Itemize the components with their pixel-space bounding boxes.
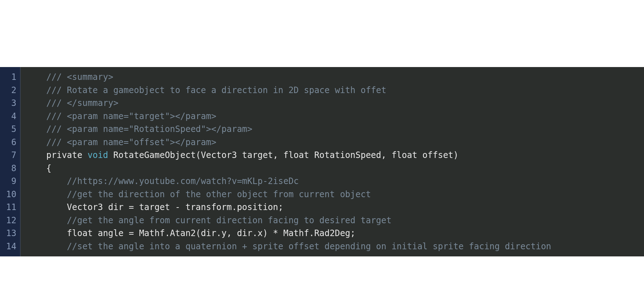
code-line[interactable]: float angle = Mathf.Atan2(dir.y, dir.x) … — [26, 227, 644, 240]
code-content-area[interactable]: /// <summary> /// Rotate a gameobject to… — [21, 67, 644, 256]
line-number: 11 — [2, 201, 16, 214]
code-token: float angle = Mathf.Atan2(dir.y, dir.x) … — [26, 228, 356, 238]
code-token — [26, 215, 67, 225]
code-line[interactable]: { — [26, 162, 644, 175]
code-line[interactable]: /// <param name="offset"></param> — [26, 136, 644, 149]
line-number: 14 — [2, 240, 16, 253]
code-token — [26, 241, 67, 251]
code-token: /// </summary> — [46, 98, 118, 108]
code-editor[interactable]: 1234567891011121314 /// <summary> /// Ro… — [0, 67, 644, 256]
code-token: void — [87, 150, 108, 160]
code-token: private — [26, 150, 87, 160]
code-token: //set the angle into a quaternion + spri… — [67, 241, 551, 251]
code-token — [26, 137, 46, 147]
code-token: /// <param name="offset"></param> — [46, 137, 216, 147]
code-token — [26, 189, 67, 199]
code-line[interactable]: //get the angle from current direction f… — [26, 214, 644, 227]
code-token: RotateGameObject(Vector3 target, float R… — [108, 150, 459, 160]
code-token — [26, 85, 46, 95]
code-line[interactable]: /// </summary> — [26, 97, 644, 110]
line-number: 2 — [2, 84, 16, 97]
code-token: /// <param name="RotationSpeed"></param> — [46, 124, 252, 134]
line-number: 4 — [2, 110, 16, 123]
code-line[interactable]: /// <summary> — [26, 71, 644, 84]
line-number: 5 — [2, 123, 16, 136]
line-number: 7 — [2, 149, 16, 162]
code-token — [26, 111, 46, 121]
code-line[interactable]: /// Rotate a gameobject to face a direct… — [26, 84, 644, 97]
line-number: 13 — [2, 227, 16, 240]
line-number: 9 — [2, 175, 16, 188]
code-line[interactable]: private void RotateGameObject(Vector3 ta… — [26, 149, 644, 162]
code-token: /// Rotate a gameobject to face a direct… — [46, 85, 387, 95]
code-token: /// <summary> — [46, 72, 113, 82]
code-token — [26, 124, 46, 134]
code-line[interactable]: //set the angle into a quaternion + spri… — [26, 240, 644, 253]
code-line[interactable]: //get the direction of the other object … — [26, 188, 644, 201]
code-line[interactable]: /// <param name="RotationSpeed"></param> — [26, 123, 644, 136]
code-token: Vector3 dir = target - transform.positio… — [26, 202, 283, 212]
code-line[interactable]: //https://www.youtube.com/watch?v=mKLp-2… — [26, 175, 644, 188]
code-token: //get the angle from current direction f… — [67, 215, 392, 225]
code-token — [26, 72, 46, 82]
line-number: 6 — [2, 136, 16, 149]
line-number: 12 — [2, 214, 16, 227]
line-number-gutter: 1234567891011121314 — [0, 67, 21, 256]
code-line[interactable]: /// <param name="target"></param> — [26, 110, 644, 123]
line-number: 8 — [2, 162, 16, 175]
code-token: { — [26, 163, 51, 173]
code-token — [26, 176, 67, 186]
code-token: //https://www.youtube.com/watch?v=mKLp-2… — [67, 176, 299, 186]
code-line[interactable]: Vector3 dir = target - transform.positio… — [26, 201, 644, 214]
code-token: //get the direction of the other object … — [67, 189, 371, 199]
code-token — [26, 98, 46, 108]
line-number: 1 — [2, 71, 16, 84]
code-token: /// <param name="target"></param> — [46, 111, 216, 121]
line-number: 3 — [2, 97, 16, 110]
line-number: 10 — [2, 188, 16, 201]
